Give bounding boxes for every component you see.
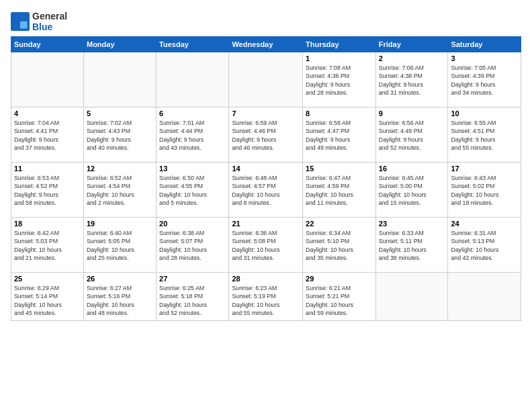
calendar-cell: 1Sunrise: 7:08 AM Sunset: 4:36 PM Daylig… — [303, 52, 376, 107]
day-number: 12 — [87, 165, 153, 173]
calendar-cell: 11Sunrise: 6:53 AM Sunset: 4:52 PM Dayli… — [11, 163, 84, 218]
day-number: 11 — [14, 165, 81, 173]
weekday-header-friday: Friday — [375, 37, 448, 52]
calendar-cell: 3Sunrise: 7:05 AM Sunset: 4:39 PM Daylig… — [448, 52, 521, 107]
weekday-header-wednesday: Wednesday — [229, 37, 303, 52]
calendar-cell: 6Sunrise: 7:01 AM Sunset: 4:44 PM Daylig… — [157, 107, 229, 163]
logo-icon — [11, 12, 30, 31]
calendar-cell: 18Sunrise: 6:42 AM Sunset: 5:03 PM Dayli… — [11, 218, 84, 273]
day-detail: Sunrise: 7:06 AM Sunset: 4:38 PM Dayligh… — [379, 64, 445, 97]
calendar-cell: 27Sunrise: 6:25 AM Sunset: 5:18 PM Dayli… — [157, 273, 229, 321]
day-number: 3 — [451, 54, 518, 62]
calendar-cell: 19Sunrise: 6:40 AM Sunset: 5:05 PM Dayli… — [83, 218, 156, 273]
day-detail: Sunrise: 6:34 AM Sunset: 5:10 PM Dayligh… — [306, 229, 373, 262]
day-number: 17 — [451, 165, 518, 173]
calendar-cell: 29Sunrise: 6:21 AM Sunset: 5:21 PM Dayli… — [303, 273, 376, 321]
day-detail: Sunrise: 6:29 AM Sunset: 5:14 PM Dayligh… — [14, 284, 81, 317]
weekday-header-row: SundayMondayTuesdayWednesdayThursdayFrid… — [11, 37, 521, 52]
calendar-cell: 2Sunrise: 7:06 AM Sunset: 4:38 PM Daylig… — [375, 52, 448, 107]
calendar-cell — [83, 52, 156, 107]
calendar-cell: 21Sunrise: 6:36 AM Sunset: 5:08 PM Dayli… — [229, 218, 303, 273]
day-number: 13 — [159, 165, 226, 173]
day-detail: Sunrise: 6:36 AM Sunset: 5:08 PM Dayligh… — [232, 229, 300, 262]
calendar-cell: 28Sunrise: 6:23 AM Sunset: 5:19 PM Dayli… — [229, 273, 303, 321]
day-number: 24 — [451, 220, 518, 228]
day-detail: Sunrise: 7:02 AM Sunset: 4:43 PM Dayligh… — [87, 119, 153, 152]
day-detail: Sunrise: 6:43 AM Sunset: 5:02 PM Dayligh… — [451, 174, 518, 207]
day-detail: Sunrise: 6:27 AM Sunset: 5:16 PM Dayligh… — [87, 284, 153, 317]
day-detail: Sunrise: 6:25 AM Sunset: 5:18 PM Dayligh… — [159, 284, 226, 317]
week-row-2: 4Sunrise: 7:04 AM Sunset: 4:41 PM Daylig… — [11, 107, 521, 163]
day-detail: Sunrise: 6:48 AM Sunset: 4:57 PM Dayligh… — [232, 174, 300, 207]
day-detail: Sunrise: 6:55 AM Sunset: 4:51 PM Dayligh… — [451, 119, 518, 152]
calendar-cell: 5Sunrise: 7:02 AM Sunset: 4:43 PM Daylig… — [83, 107, 156, 163]
day-number: 1 — [306, 54, 373, 62]
day-number: 29 — [306, 275, 373, 283]
calendar-cell: 13Sunrise: 6:50 AM Sunset: 4:55 PM Dayli… — [157, 163, 229, 218]
week-row-5: 25Sunrise: 6:29 AM Sunset: 5:14 PM Dayli… — [11, 273, 521, 321]
day-detail: Sunrise: 6:40 AM Sunset: 5:05 PM Dayligh… — [87, 229, 153, 262]
day-number: 21 — [232, 220, 300, 228]
calendar-cell: 9Sunrise: 6:56 AM Sunset: 4:49 PM Daylig… — [375, 107, 448, 163]
day-detail: Sunrise: 6:33 AM Sunset: 5:11 PM Dayligh… — [379, 229, 445, 262]
calendar-cell — [448, 273, 521, 321]
calendar-cell: 15Sunrise: 6:47 AM Sunset: 4:59 PM Dayli… — [303, 163, 376, 218]
calendar-cell — [157, 52, 229, 107]
calendar-table: SundayMondayTuesdayWednesdayThursdayFrid… — [11, 36, 521, 321]
weekday-header-tuesday: Tuesday — [157, 37, 229, 52]
weekday-header-monday: Monday — [83, 37, 156, 52]
week-row-4: 18Sunrise: 6:42 AM Sunset: 5:03 PM Dayli… — [11, 218, 521, 273]
calendar-cell: 20Sunrise: 6:38 AM Sunset: 5:07 PM Dayli… — [157, 218, 229, 273]
day-number: 14 — [232, 165, 300, 173]
day-number: 22 — [306, 220, 373, 228]
weekday-header-sunday: Sunday — [11, 37, 84, 52]
calendar-cell: 25Sunrise: 6:29 AM Sunset: 5:14 PM Dayli… — [11, 273, 84, 321]
day-number: 10 — [451, 109, 518, 118]
day-number: 20 — [159, 220, 226, 228]
day-detail: Sunrise: 7:08 AM Sunset: 4:36 PM Dayligh… — [306, 64, 373, 97]
calendar-cell: 7Sunrise: 6:59 AM Sunset: 4:46 PM Daylig… — [229, 107, 303, 163]
day-number: 9 — [379, 109, 445, 118]
day-number: 7 — [232, 109, 300, 118]
day-detail: Sunrise: 6:56 AM Sunset: 4:49 PM Dayligh… — [379, 119, 445, 152]
calendar-cell: 8Sunrise: 6:58 AM Sunset: 4:47 PM Daylig… — [303, 107, 376, 163]
calendar-cell: 26Sunrise: 6:27 AM Sunset: 5:16 PM Dayli… — [83, 273, 156, 321]
calendar-cell: 17Sunrise: 6:43 AM Sunset: 5:02 PM Dayli… — [448, 163, 521, 218]
logo-text: General Blue — [32, 11, 67, 32]
day-detail: Sunrise: 6:38 AM Sunset: 5:07 PM Dayligh… — [159, 229, 226, 262]
calendar-cell: 22Sunrise: 6:34 AM Sunset: 5:10 PM Dayli… — [303, 218, 376, 273]
day-number: 16 — [379, 165, 445, 173]
header: General Blue — [11, 8, 521, 32]
calendar-cell — [375, 273, 448, 321]
day-detail: Sunrise: 6:31 AM Sunset: 5:13 PM Dayligh… — [451, 229, 518, 262]
calendar-cell — [229, 52, 303, 107]
day-detail: Sunrise: 6:21 AM Sunset: 5:21 PM Dayligh… — [306, 284, 373, 317]
calendar-cell: 16Sunrise: 6:45 AM Sunset: 5:00 PM Dayli… — [375, 163, 448, 218]
weekday-header-saturday: Saturday — [448, 37, 521, 52]
day-number: 27 — [159, 275, 226, 283]
calendar-cell: 23Sunrise: 6:33 AM Sunset: 5:11 PM Dayli… — [375, 218, 448, 273]
day-number: 8 — [306, 109, 373, 118]
day-number: 4 — [14, 109, 81, 118]
calendar-cell: 14Sunrise: 6:48 AM Sunset: 4:57 PM Dayli… — [229, 163, 303, 218]
day-number: 18 — [14, 220, 81, 228]
day-detail: Sunrise: 6:42 AM Sunset: 5:03 PM Dayligh… — [14, 229, 81, 262]
week-row-1: 1Sunrise: 7:08 AM Sunset: 4:36 PM Daylig… — [11, 52, 521, 107]
day-detail: Sunrise: 6:59 AM Sunset: 4:46 PM Dayligh… — [232, 119, 300, 152]
day-number: 23 — [379, 220, 445, 228]
day-detail: Sunrise: 7:05 AM Sunset: 4:39 PM Dayligh… — [451, 64, 518, 97]
calendar-cell: 4Sunrise: 7:04 AM Sunset: 4:41 PM Daylig… — [11, 107, 84, 163]
week-row-3: 11Sunrise: 6:53 AM Sunset: 4:52 PM Dayli… — [11, 163, 521, 218]
calendar-cell: 12Sunrise: 6:52 AM Sunset: 4:54 PM Dayli… — [83, 163, 156, 218]
day-detail: Sunrise: 6:58 AM Sunset: 4:47 PM Dayligh… — [306, 119, 373, 152]
day-detail: Sunrise: 6:45 AM Sunset: 5:00 PM Dayligh… — [379, 174, 445, 207]
day-number: 6 — [159, 109, 226, 118]
page: General Blue SundayMondayTuesdayWednesda… — [0, 0, 532, 328]
day-number: 5 — [87, 109, 153, 118]
day-detail: Sunrise: 6:47 AM Sunset: 4:59 PM Dayligh… — [306, 174, 373, 207]
weekday-header-thursday: Thursday — [303, 37, 376, 52]
day-detail: Sunrise: 7:01 AM Sunset: 4:44 PM Dayligh… — [159, 119, 226, 152]
day-detail: Sunrise: 6:52 AM Sunset: 4:54 PM Dayligh… — [87, 174, 153, 207]
logo: General Blue — [11, 11, 67, 32]
day-number: 25 — [14, 275, 81, 283]
